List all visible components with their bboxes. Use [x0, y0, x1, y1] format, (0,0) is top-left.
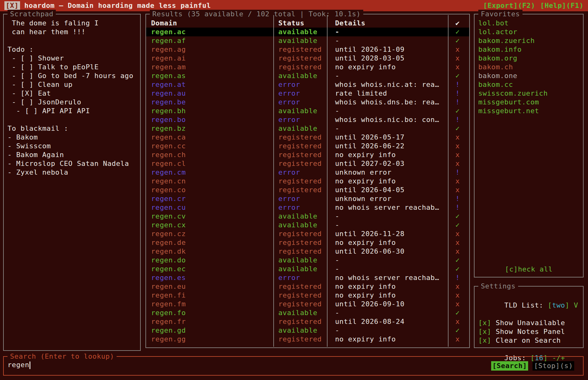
table-row[interactable]: regen.gd available - ✓ [146, 326, 469, 335]
favorites-panel-title: Favorites [478, 10, 522, 18]
settings-checkbox[interactable]: [x] Clear on Search [478, 336, 581, 345]
table-row[interactable]: regen.fi registered no expiry info x [146, 291, 469, 300]
status-mark-icon: x [447, 300, 468, 309]
table-row[interactable]: regen.ch registered no expiry info x [146, 150, 469, 159]
details-cell: no whois server reachab… [326, 203, 447, 212]
favorite-item[interactable]: bakom.org [478, 54, 581, 63]
table-row[interactable]: regen.cz registered until 2026-11-28 x [146, 230, 469, 238]
help-button[interactable]: [Help](F1) [540, 1, 584, 10]
table-row[interactable]: regen.gg registered no expiry info x [146, 335, 469, 344]
details-cell: no expiry info [326, 335, 447, 344]
status-cell: registered [273, 282, 326, 291]
status-mark-icon: ! [447, 115, 468, 124]
table-row[interactable]: regen.cu error no whois server reachab… … [146, 203, 469, 212]
details-cell: whois whois.nic.bo: con… [326, 115, 447, 124]
table-row[interactable]: regen.fm registered until 2026-09-10 x [146, 300, 469, 309]
table-row[interactable]: regen.fo available - ✓ [146, 309, 469, 317]
favorite-item[interactable]: bakom.cc [478, 80, 581, 89]
favorite-item[interactable]: missgeburt.net [478, 107, 581, 115]
favorite-item[interactable]: bakom.ch [478, 63, 581, 71]
details-cell: no expiry info [326, 150, 447, 159]
status-mark-icon: x [447, 317, 468, 326]
table-row[interactable]: regen.cx available - ✓ [146, 221, 469, 230]
table-row[interactable]: regen.cm error unknown error ! [146, 168, 469, 177]
status-cell: available [273, 107, 326, 115]
table-row[interactable]: regen.cn registered no expiry info x [146, 177, 469, 186]
settings-checkbox[interactable]: [x] Show Notes Panel [478, 327, 581, 336]
table-row[interactable]: regen.eu registered no expiry info x [146, 282, 469, 291]
status-cell: registered [273, 230, 326, 238]
table-row[interactable]: regen.bo error whois whois.nic.bo: con… … [146, 115, 469, 124]
details-cell: until 2026-08-24 [326, 317, 447, 326]
status-mark-icon: x [447, 177, 468, 186]
tld-dropdown[interactable]: [two] V [548, 301, 578, 309]
details-cell: unknown error [326, 194, 447, 203]
status-mark-icon: x [447, 186, 468, 194]
table-row[interactable]: regen.as available - ✓ [146, 71, 469, 80]
domain-cell: regen.eu [146, 282, 273, 291]
check-all-button[interactable]: [c]heck all [475, 265, 583, 274]
status-cell: registered [273, 186, 326, 194]
scratchpad-line: - [ ] Go to bed -7 hours ago [8, 71, 138, 80]
scratchpad-editor[interactable]: The dome is faling I can hear them !!!To… [4, 14, 140, 177]
scratchpad-line: - [ ] JsonDerulo [8, 98, 138, 107]
favorite-item[interactable]: missgeburt.com [478, 98, 581, 107]
status-mark-icon: x [447, 247, 468, 256]
table-row[interactable]: regen.au error rate limited ! [146, 89, 469, 98]
table-row[interactable]: regen.cl registered until 2027-02-03 x [146, 159, 469, 168]
table-row[interactable]: regen.cr error unknown error ! [146, 194, 469, 203]
status-cell: registered [273, 335, 326, 344]
details-cell: no expiry info [326, 63, 447, 71]
scratchpad-line: - [X] Eat [8, 89, 138, 98]
table-row[interactable]: regen.ca registered until 2026-05-17 x [146, 133, 469, 142]
details-cell: until 2026-11-28 [326, 230, 447, 238]
table-row[interactable]: regen.fr registered until 2026-08-24 x [146, 317, 469, 326]
search-button[interactable]: [Search] [491, 361, 528, 371]
table-row[interactable]: regen.bz available - ✓ [146, 124, 469, 133]
table-row[interactable]: regen.be error whois whois.dns.be: rea… … [146, 98, 469, 107]
status-cell: available [273, 36, 326, 45]
favorite-item[interactable]: lol.actor [478, 28, 581, 36]
status-mark-icon: ✓ [447, 221, 468, 230]
status-cell: error [273, 80, 326, 89]
domain-cell: regen.cc [146, 142, 273, 150]
details-cell: - [326, 221, 447, 230]
settings-checkbox[interactable]: [x] Show Unavailable [478, 319, 581, 327]
table-row[interactable]: regen.ec available - ✓ [146, 265, 469, 273]
table-row[interactable]: regen.dk registered until 2026-06-30 x [146, 247, 469, 256]
table-row[interactable]: regen.ac available - ✓ [146, 28, 469, 36]
domain-cell: regen.at [146, 80, 273, 89]
status-cell: available [273, 212, 326, 221]
status-mark-icon: x [447, 63, 468, 71]
favorite-item[interactable]: bakom.info [478, 45, 581, 54]
table-row[interactable]: regen.ai registered until 2028-03-05 x [146, 54, 469, 63]
table-row[interactable]: regen.am registered no expiry info x [146, 63, 469, 71]
column-separator [327, 15, 328, 347]
favorite-item[interactable]: bakom.one [478, 71, 581, 80]
table-row[interactable]: regen.cc registered until 2026-06-22 x [146, 142, 469, 150]
table-row[interactable]: regen.do available - ✓ [146, 256, 469, 265]
scratchpad-line: - Bakom [8, 133, 138, 142]
domain-cell: regen.ag [146, 45, 273, 54]
stop-button[interactable]: [Stop](s) [533, 361, 574, 371]
details-cell: until 2026-09-10 [326, 300, 447, 309]
scratchpad-line: - Swisscom [8, 142, 138, 150]
domain-cell: regen.cr [146, 194, 273, 203]
table-row[interactable]: regen.af available - ✓ [146, 36, 469, 45]
favorite-item[interactable]: bakom.zuerich [478, 36, 581, 45]
scratchpad-line: can hear them !!! [8, 28, 138, 36]
favorite-item[interactable]: swisscom.zuerich [478, 89, 581, 98]
export-button[interactable]: [Export](F2) [483, 1, 535, 10]
domain-cell: regen.gg [146, 335, 273, 344]
table-row[interactable]: regen.es error no whois server reachab… … [146, 273, 469, 282]
table-row[interactable]: regen.co registered until 2026-04-05 x [146, 186, 469, 194]
close-button[interactable]: [X] [4, 1, 20, 10]
table-row[interactable]: regen.bh available - ✓ [146, 107, 469, 115]
table-row[interactable]: regen.ag registered until 2026-11-09 x [146, 45, 469, 54]
table-row[interactable]: regen.at error whois whois.nic.at: rea… … [146, 80, 469, 89]
table-row[interactable]: regen.de registered no expiry info x [146, 238, 469, 247]
favorite-item[interactable]: lol.bot [478, 19, 581, 28]
status-mark-icon: ✓ [447, 212, 468, 221]
table-row[interactable]: regen.cv available - ✓ [146, 212, 469, 221]
checkbox-label: Show Notes Panel [491, 328, 565, 335]
